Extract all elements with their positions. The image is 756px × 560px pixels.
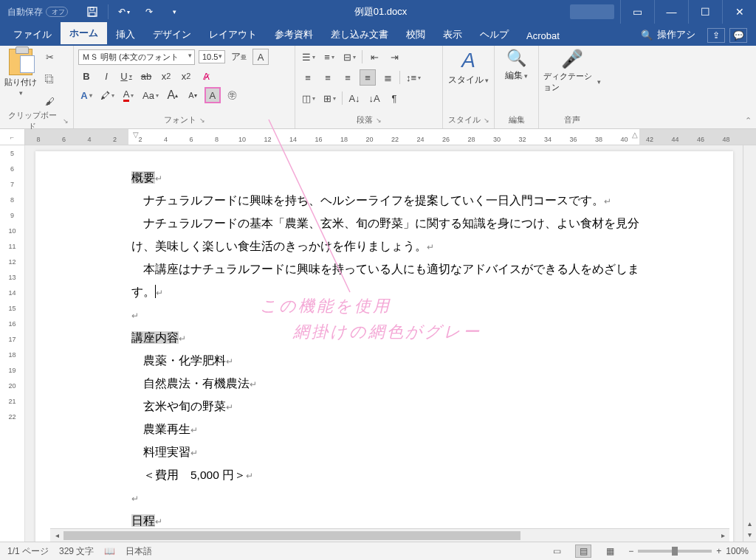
styles-button[interactable]: A スタイル▾ — [447, 49, 489, 86]
list-item[interactable]: 料理実習↵ — [131, 440, 659, 463]
copy-icon[interactable]: ⿻ — [41, 71, 58, 87]
superscript-icon[interactable]: x2 — [178, 68, 194, 84]
save-icon[interactable] — [83, 2, 102, 21]
scrollbar-thumb[interactable] — [63, 531, 520, 540]
tab-help[interactable]: ヘルプ — [471, 24, 518, 46]
right-indent-marker[interactable]: △ — [632, 131, 638, 139]
character-shading-icon[interactable]: A — [205, 87, 221, 103]
heading-contents[interactable]: 講座内容 — [131, 331, 179, 344]
scroll-down-icon[interactable]: ▾ — [748, 530, 752, 539]
tab-acrobat[interactable]: Acrobat — [518, 26, 568, 46]
decrease-indent-icon[interactable]: ⇤ — [366, 49, 382, 65]
tab-review[interactable]: 校閲 — [397, 24, 434, 46]
ruler-track[interactable]: ▽ △ 864224681012141618202224262830323436… — [25, 129, 756, 145]
zoom-out-icon[interactable]: − — [628, 546, 633, 556]
increase-indent-icon[interactable]: ⇥ — [386, 49, 402, 65]
paragraph[interactable]: ナチュラルフードの基本「農業、玄米、旬の野菜」に関する知識を身につけ、よい食材を… — [131, 212, 659, 257]
cut-icon[interactable]: ✂ — [41, 49, 58, 65]
dictate-button[interactable]: 🎤 ディクテーション▾ — [543, 49, 601, 93]
list-item[interactable]: 農業再生↵ — [131, 418, 659, 440]
format-painter-icon[interactable]: 🖌 — [41, 93, 58, 109]
shrink-font-icon[interactable]: A▾ — [185, 87, 201, 103]
undo-icon[interactable]: ↶▾ — [114, 2, 134, 21]
line-spacing-icon[interactable]: ↕≡▾ — [404, 69, 423, 86]
heading-overview[interactable]: 概要 — [131, 171, 155, 184]
bullets-icon[interactable]: ☰▾ — [300, 49, 317, 65]
underline-icon[interactable]: U▾ — [118, 68, 134, 84]
document-page[interactable]: 概要↵ ナチュラルフードに興味を持ち、ヘルシーライフを提案していく一日入門コース… — [35, 151, 733, 542]
status-page[interactable]: 1/1 ページ — [7, 545, 49, 558]
print-layout-icon[interactable]: ▤ — [575, 545, 591, 558]
web-layout-icon[interactable]: ▦ — [602, 545, 618, 558]
list-item[interactable]: 農薬・化学肥料↵ — [131, 349, 659, 372]
font-color-icon[interactable]: A▾ — [120, 87, 137, 103]
collapse-ribbon-icon[interactable]: ⌃ — [745, 116, 752, 125]
paste-button[interactable]: 貼り付け ▾ — [4, 49, 37, 97]
tell-me-search[interactable]: 🔍 操作アシ — [633, 24, 703, 46]
autosave-indicator[interactable]: 自動保存 オフ — [0, 6, 75, 18]
ribbon-display-icon[interactable]: ▭ — [620, 0, 654, 24]
dialog-launcher-icon[interactable]: ↘ — [376, 117, 382, 124]
user-account[interactable] — [570, 4, 614, 19]
tab-view[interactable]: 表示 — [434, 24, 471, 46]
sort-icon[interactable]: A↓ — [346, 90, 362, 106]
multilevel-list-icon[interactable]: ⊟▾ — [341, 49, 358, 65]
maximize-icon[interactable]: ☐ — [688, 0, 722, 24]
borders-icon[interactable]: ⊞▾ — [321, 90, 338, 106]
dialog-launcher-icon[interactable]: ↘ — [484, 117, 489, 124]
phonetic-guide-icon[interactable]: ア亜 — [229, 49, 249, 65]
minimize-icon[interactable]: — — [654, 0, 688, 24]
scroll-left-icon[interactable]: ◂ — [50, 531, 63, 539]
zoom-slider[interactable] — [638, 550, 712, 553]
align-left-icon[interactable]: ≡ — [300, 69, 316, 86]
show-marks-icon[interactable]: ¶ — [386, 90, 402, 106]
heading-schedule[interactable]: 日程 — [131, 514, 155, 527]
enclose-characters-icon[interactable]: ㊫ — [224, 87, 241, 103]
align-right-icon[interactable]: ≡ — [340, 69, 356, 86]
list-item[interactable]: ＜費用 5,000 円＞↵ — [131, 463, 659, 486]
justify-icon[interactable]: ≡ — [360, 69, 376, 86]
numbering-icon[interactable]: ≡▾ — [321, 49, 337, 65]
shading-icon[interactable]: ◫▾ — [300, 90, 317, 106]
document-canvas[interactable]: 概要↵ ナチュラルフードに興味を持ち、ヘルシーライフを提案していく一日入門コース… — [25, 145, 743, 542]
zoom-in-icon[interactable]: + — [716, 546, 721, 556]
scroll-right-icon[interactable]: ▸ — [716, 531, 729, 539]
distributed-icon[interactable]: ≣ — [379, 69, 396, 86]
bold-icon[interactable]: B — [78, 68, 94, 84]
align-center-icon[interactable]: ≡ — [320, 69, 336, 86]
tab-insert[interactable]: 挿入 — [107, 24, 144, 46]
clear-formatting-icon[interactable]: A̷ — [198, 68, 214, 84]
vertical-scrollbar[interactable]: ▴ ▾ — [743, 145, 756, 542]
tab-design[interactable]: デザイン — [144, 24, 200, 46]
comments-icon[interactable]: 💬 — [729, 28, 747, 43]
change-case-icon[interactable]: Aa▾ — [140, 87, 161, 103]
redo-icon[interactable]: ↷ — [140, 2, 159, 21]
list-item[interactable]: 玄米や旬の野菜↵ — [131, 395, 659, 418]
sort-desc-icon[interactable]: ↓A — [366, 90, 382, 106]
close-icon[interactable]: ✕ — [722, 0, 756, 24]
share-icon[interactable]: ⇪ — [707, 28, 725, 43]
subscript-icon[interactable]: x2 — [158, 68, 174, 84]
vertical-ruler[interactable]: 5678910111213141516171819202122 — [0, 145, 25, 542]
grow-font-icon[interactable]: A▴ — [165, 87, 181, 103]
highlight-icon[interactable]: 🖍▾ — [98, 87, 117, 103]
tab-layout[interactable]: レイアウト — [200, 24, 266, 46]
tab-file[interactable]: ファイル — [4, 24, 61, 46]
tab-home[interactable]: ホーム — [61, 22, 107, 46]
font-name-combo[interactable]: ＭＳ 明朝 (本文のフォント — [78, 49, 195, 65]
paragraph[interactable]: 本講座はナチュラルフードに興味を持っている人にも適切なアドバイスができる人をめざ… — [131, 257, 659, 303]
scroll-up-icon[interactable]: ▴ — [748, 519, 752, 528]
text-effects-icon[interactable]: A▾ — [78, 87, 94, 103]
paragraph[interactable]: ナチュラルフードに興味を持ち、ヘルシーライフを提案していく一日入門コースです。↵ — [131, 189, 659, 212]
strikethrough-icon[interactable]: ab — [138, 68, 154, 84]
list-item[interactable]: 自然農法・有機農法↵ — [131, 372, 659, 395]
editing-button[interactable]: 🔍 編集▾ — [499, 49, 534, 82]
qat-more-icon[interactable]: ▾ — [165, 2, 184, 21]
status-word-count[interactable]: 329 文字 — [59, 545, 94, 558]
spellcheck-icon[interactable]: 📖 — [104, 546, 115, 556]
zoom-control[interactable]: − + 100% — [628, 546, 749, 556]
status-language[interactable]: 日本語 — [126, 545, 152, 558]
character-border-icon[interactable]: A — [252, 49, 269, 65]
italic-icon[interactable]: I — [98, 68, 114, 84]
zoom-level[interactable]: 100% — [726, 546, 749, 556]
